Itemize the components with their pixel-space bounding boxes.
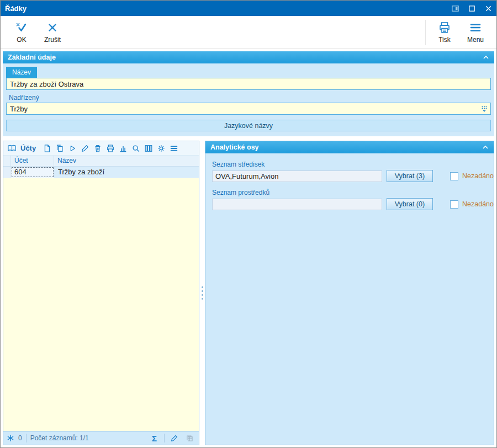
print-icon (437, 21, 452, 34)
cancel-button[interactable]: Zrušit (37, 18, 68, 47)
basic-section-title: Základní údaje (8, 54, 56, 61)
resources-label: Seznam prostředků (212, 189, 494, 196)
close-button[interactable] (480, 1, 496, 16)
sum-button[interactable]: Σ (149, 433, 160, 444)
dock-button[interactable] (447, 1, 463, 16)
centers-label: Seznam středisek (212, 161, 494, 168)
ok-button[interactable]: OK (6, 18, 37, 47)
open-record-button[interactable] (66, 142, 78, 154)
chart-button[interactable] (117, 142, 129, 154)
grid-empty-area (3, 178, 199, 431)
toolbar-separator (425, 20, 426, 45)
axes-body: Seznam středisek Vybrat (3) Nezadáno Sez… (205, 153, 494, 445)
export-button[interactable] (184, 433, 195, 444)
content: Základní údaje Název Nadřízený Jazykové … (1, 49, 496, 447)
accounts-status-bar: 0 Počet záznamů: 1/1 Σ (3, 431, 199, 445)
accounts-title: Účty (20, 144, 36, 152)
dock-icon (451, 4, 459, 13)
trash-icon (93, 144, 102, 153)
dropdown-grid-icon (480, 105, 488, 113)
panel-splitter[interactable] (199, 141, 205, 445)
quick-edit-button[interactable] (168, 433, 180, 444)
menu-label: Menu (467, 36, 484, 44)
window: Řádky OK Zrušit (0, 0, 497, 448)
row-indicator-header (3, 156, 11, 166)
ok-icon (14, 21, 29, 34)
copy-icon (55, 144, 64, 153)
table-row[interactable]: 604 Tržby za zboží (3, 167, 199, 178)
settings-button[interactable] (155, 142, 167, 154)
titlebar: Řádky (1, 1, 496, 16)
menu-icon (468, 21, 483, 34)
centers-nezadano-checkbox[interactable] (450, 172, 458, 180)
resources-nezadano-checkbox[interactable] (450, 200, 458, 209)
name-label: Název (6, 67, 37, 78)
columns-icon (144, 144, 153, 153)
browse-book-icon (6, 142, 18, 154)
name-input[interactable] (6, 78, 491, 90)
column-header-name[interactable]: Název (54, 156, 199, 166)
resources-nezadano-label[interactable]: Nezadáno (462, 200, 494, 208)
new-record-button[interactable] (41, 142, 52, 154)
print-button[interactable]: Tisk (429, 18, 460, 47)
cancel-label: Zrušit (44, 36, 61, 44)
window-title: Řádky (1, 4, 447, 13)
parent-dropdown-button[interactable] (479, 104, 490, 114)
axes-section-title: Analytické osy (210, 143, 259, 151)
centers-select-button[interactable]: Vybrat (3) (387, 170, 433, 182)
edit-pencil-icon (170, 434, 178, 442)
search-button[interactable] (130, 142, 141, 154)
list-menu-button[interactable] (168, 142, 179, 154)
resources-row: Vybrat (0) Nezadáno (212, 198, 494, 210)
delete-record-button[interactable] (92, 142, 103, 154)
new-document-icon (43, 144, 51, 153)
language-names-button[interactable]: Jazykové názvy (6, 120, 491, 131)
pencil-icon (81, 144, 89, 153)
splitter-dot (202, 286, 203, 288)
toolbar: OK Zrušit Tisk Menu (1, 16, 496, 49)
print-list-button[interactable] (104, 142, 116, 154)
resources-select-button[interactable]: Vybrat (0) (387, 198, 433, 210)
axes-collapse-chevron-icon[interactable] (482, 145, 489, 150)
record-count-label: Počet záznamů: 1/1 (30, 434, 89, 442)
parent-input[interactable] (6, 103, 491, 115)
play-icon (68, 144, 77, 153)
maximize-button[interactable] (463, 1, 480, 16)
centers-input[interactable] (212, 170, 382, 182)
cell-account: 604 (11, 167, 54, 178)
hamburger-icon (170, 144, 178, 153)
bar-chart-icon (119, 144, 128, 153)
splitter-dot (202, 298, 203, 300)
panels-row: Účty (3, 141, 494, 445)
status-count: 0 (18, 434, 22, 442)
axes-section-header: Analytické osy (205, 141, 494, 153)
splitter-dot (202, 294, 203, 296)
splitter-dot (202, 290, 203, 292)
cancel-icon (46, 21, 59, 34)
centers-row: Vybrat (3) Nezadáno (212, 170, 494, 182)
centers-nezadano-label[interactable]: Nezadáno (462, 172, 494, 180)
close-icon (485, 5, 492, 12)
basic-form: Název Nadřízený Jazykové názvy (3, 63, 494, 136)
edit-record-button[interactable] (79, 142, 91, 154)
columns-button[interactable] (142, 142, 154, 154)
column-header-account[interactable]: Účet (11, 156, 54, 166)
status-separator-2 (164, 434, 165, 442)
sum-icon: Σ (152, 434, 157, 442)
maximize-icon (468, 5, 475, 12)
menu-button[interactable]: Menu (460, 18, 491, 47)
accounts-toolbar: Účty (3, 141, 199, 156)
cell-name: Tržby za zboží (54, 167, 199, 178)
magnifier-icon (131, 144, 140, 153)
resources-input[interactable] (212, 199, 382, 210)
axes-panel: Analytické osy Seznam středisek Vybrat (… (205, 141, 494, 445)
collapse-chevron-icon[interactable] (483, 55, 489, 60)
row-indicator (3, 167, 11, 178)
accounts-panel: Účty (3, 141, 199, 445)
gear-icon (157, 144, 166, 153)
sheets-icon (186, 434, 194, 442)
basic-section-header: Základní údaje (3, 51, 494, 63)
copy-record-button[interactable] (54, 142, 65, 154)
busy-indicator-icon (7, 434, 14, 442)
parent-label: Nadřízený (9, 94, 494, 102)
